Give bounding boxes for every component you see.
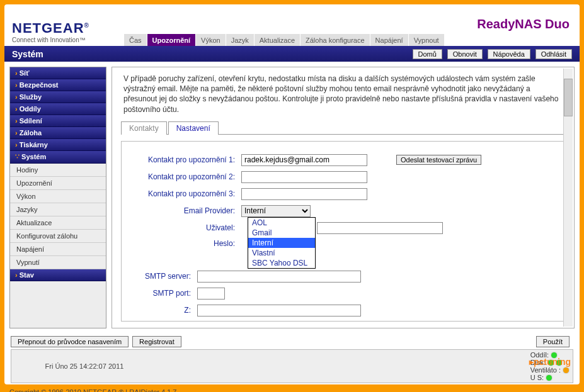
label-smtp-server: SMTP server: (134, 272, 197, 281)
sidebar-subitem[interactable]: Výkon (10, 190, 106, 203)
top-tab-jazyk[interactable]: Jazyk (226, 34, 254, 46)
status-item: U S: (530, 374, 569, 381)
label-provider: Email Provider: (134, 206, 241, 215)
sidebar-subitem[interactable]: Aktualizace (10, 216, 106, 230)
sidebar-subitem[interactable]: Upozornění (10, 177, 106, 190)
footer: Přepnout do průvodce nasavením Registrov… (4, 333, 580, 384)
logo: NETGEAR® Connect with Innovation™ (12, 20, 89, 43)
top-tabs: ČasUpozorněníVýkonJazykAktualizaceZáloha… (124, 34, 444, 46)
label-from: Z: (134, 306, 197, 315)
status-item: Disk: (530, 359, 569, 366)
send-test-button[interactable]: Odeslat testovací zprávu (396, 155, 481, 165)
product-title: ReadyNAS Duo (477, 17, 570, 31)
user-input[interactable] (317, 222, 443, 234)
label-user: Uživatel: (134, 223, 241, 232)
sidebar-subitem[interactable]: Vypnutí (10, 256, 106, 269)
contact2-input[interactable] (241, 171, 367, 183)
top-tab-čas[interactable]: Čas (124, 34, 147, 46)
sidebar-header[interactable]: Stav (10, 269, 106, 281)
page-title: Systém (12, 49, 410, 59)
label-contact3: Kontakt pro upozornění 3: (134, 189, 241, 198)
sidebar: SíťBezpečnostSlužbyOddílySdíleníZálohaTi… (9, 67, 106, 328)
contact1-input[interactable] (241, 154, 367, 166)
status-item: Oddíl: (530, 351, 569, 359)
sidebar-header[interactable]: Systém (10, 151, 106, 164)
inner-tabs: KontaktyNastavení (121, 121, 565, 135)
status-led-icon (546, 375, 552, 381)
smtp-port-input[interactable] (197, 288, 225, 300)
register-button[interactable]: Registrovat (132, 336, 181, 347)
inner-tab[interactable]: Kontakty (121, 121, 167, 135)
sidebar-subitem[interactable]: Napájení (10, 243, 106, 256)
brand-tagline: Connect with Innovation™ (12, 36, 89, 43)
status-item: Ventiláto : (530, 366, 569, 374)
copyright: Copyright © 1996-2010 NETGEAR ® | RAIDia… (3, 386, 581, 392)
sidebar-header[interactable]: Služby (10, 91, 106, 103)
home-button[interactable]: Domů (413, 49, 442, 59)
top-tab-aktualizace[interactable]: Aktualizace (255, 34, 300, 46)
sidebar-header[interactable]: Sdílení (10, 115, 106, 127)
refresh-button[interactable]: Obnovit (447, 49, 483, 59)
label-contact1: Kontakt pro upozornění 1: (134, 155, 241, 164)
dropdown-option[interactable]: AOL (248, 218, 315, 228)
sidebar-subitem[interactable]: Konfigurovat zálohu (10, 230, 106, 243)
sidebar-header[interactable]: Tiskárny (10, 139, 106, 151)
header: NETGEAR® Connect with Innovation™ ReadyN… (4, 4, 580, 46)
sidebar-header[interactable]: Oddíly (10, 103, 106, 115)
contact3-input[interactable] (241, 188, 367, 200)
top-tab-výkon[interactable]: Výkon (196, 34, 226, 46)
label-contact2: Kontakt pro upozornění 2: (134, 172, 241, 181)
dropdown-option[interactable]: Vlastní (248, 248, 315, 258)
provider-dropdown-list[interactable]: AOLGmailInterníVlastníSBC Yahoo DSL (248, 217, 316, 269)
main-row: SíťBezpečnostSlužbyOddílySdíleníZálohaTi… (4, 62, 580, 333)
label-password: Heslo: (134, 239, 241, 248)
inner-tab[interactable]: Nastavení (168, 121, 219, 135)
top-tab-napájení[interactable]: Napájení (370, 34, 408, 46)
sidebar-subitem[interactable]: Hodiny (10, 164, 106, 177)
from-input[interactable] (197, 305, 361, 316)
sidebar-header[interactable]: Záloha (10, 127, 106, 139)
brand-name: NETGEAR (12, 20, 84, 36)
dropdown-option[interactable]: Gmail (248, 228, 315, 238)
sidebar-subitem[interactable]: Jazyky (10, 203, 106, 216)
status-led-icon (551, 352, 557, 358)
content-pane: V případě poruchy zařízení, otevření kry… (112, 67, 575, 328)
status-led-icon (556, 360, 562, 366)
scrollbar[interactable] (563, 69, 573, 327)
title-bar: Systém Domů Obnovit Nápověda Odhlásit (4, 46, 580, 62)
scrollbar-thumb[interactable] (564, 79, 573, 116)
smtp-server-input[interactable] (197, 271, 361, 283)
logout-button[interactable]: Odhlásit (535, 49, 572, 59)
wizard-button[interactable]: Přepnout do průvodce nasavením (11, 336, 129, 347)
label-smtp-port: SMTP port: (134, 289, 197, 298)
apply-button[interactable]: Použít (536, 336, 570, 347)
status-bar: Fri Úno 25 14:22:07 2011 Oddíl: Disk: Ve… (11, 349, 573, 383)
status-led-icon (548, 360, 554, 366)
top-tab-vypnout[interactable]: Vypnout (409, 34, 444, 46)
status-led-icon (563, 367, 569, 373)
status-timestamp: Fri Úno 25 14:22:07 2011 (15, 362, 154, 370)
dropdown-option[interactable]: Interní (248, 238, 315, 248)
sidebar-header[interactable]: Síť (10, 67, 106, 79)
content-description: V případě poruchy zařízení, otevření kry… (112, 67, 574, 118)
app-frame: NETGEAR® Connect with Innovation™ ReadyN… (3, 3, 581, 386)
provider-select[interactable]: Interní (241, 205, 311, 217)
top-tab-upozornění[interactable]: Upozornění (147, 34, 196, 46)
form-area: Kontakt pro upozornění 1: Odeslat testov… (121, 141, 565, 322)
top-tab-záloha konfigurace[interactable]: Záloha konfigurace (301, 34, 370, 46)
help-button[interactable]: Nápověda (488, 49, 530, 59)
dropdown-option[interactable]: SBC Yahoo DSL (248, 258, 315, 268)
sidebar-header[interactable]: Bezpečnost (10, 79, 106, 91)
